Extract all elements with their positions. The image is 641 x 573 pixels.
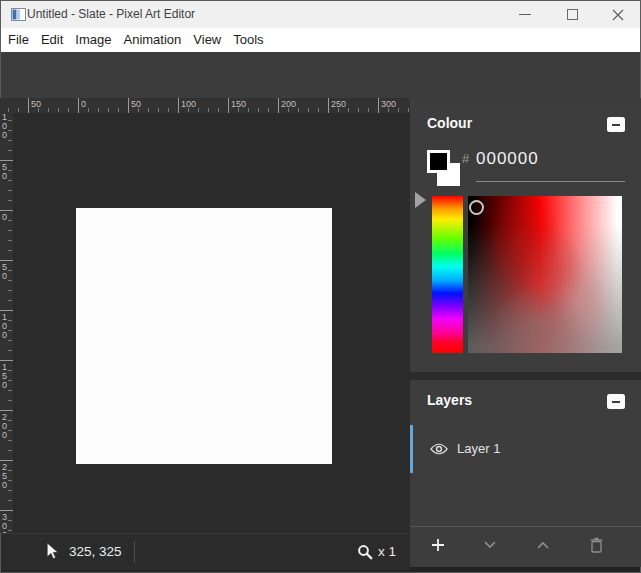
ruler-tick: [378, 98, 379, 113]
ruler-tick: [178, 98, 179, 113]
zoom-magnifier-icon: [357, 544, 373, 560]
ruler-tick: [8, 330, 12, 331]
foreground-colour-swatch[interactable]: [427, 150, 450, 173]
ruler-tick: [8, 520, 12, 521]
ruler-tick: [8, 430, 12, 431]
ruler-tick: [88, 108, 89, 112]
ruler-tick: [8, 230, 12, 231]
ruler-tick: [8, 420, 12, 421]
ruler-tick: [0, 360, 13, 361]
ruler-tick: [308, 108, 309, 112]
add-layer-button[interactable]: [424, 532, 452, 558]
vertical-ruler[interactable]: 1 0 05 005 01 0 01 5 02 0 02 5 03 0 0: [0, 113, 13, 533]
ruler-tick: [8, 170, 12, 171]
menu-item-image[interactable]: Image: [69, 28, 117, 52]
ruler-tick: [168, 108, 169, 112]
status-bar: 325, 325 x 1: [1, 533, 410, 570]
ruler-tick: [8, 108, 9, 112]
ruler-tick: [8, 380, 12, 381]
layer-selected-indicator: [410, 425, 413, 473]
ruler-tick: [218, 108, 219, 112]
layer-visibility-eye-icon[interactable]: [430, 442, 448, 456]
ruler-label: 1 0 0: [2, 113, 7, 140]
ruler-tick: [68, 108, 69, 112]
ruler-tick: [398, 108, 399, 112]
hue-slider[interactable]: [432, 196, 463, 353]
menu-item-edit[interactable]: Edit: [35, 28, 69, 52]
ruler-label: 150: [231, 99, 246, 109]
window-title: Untitled - Slate - Pixel Art Editor: [27, 1, 195, 28]
ruler-tick: [348, 108, 349, 112]
close-button[interactable]: [599, 1, 637, 28]
zoom-level: x 1: [378, 534, 396, 570]
collapse-layers-panel-button[interactable]: [607, 394, 625, 409]
ruler-tick: [0, 260, 13, 261]
ruler-label: 2 0 0: [2, 413, 7, 440]
ruler-label: 250: [331, 99, 346, 109]
ruler-tick: [8, 500, 12, 501]
layer-name: Layer 1: [457, 425, 500, 473]
saturation-lightness-picker[interactable]: [468, 196, 622, 353]
menu-bar: FileEditImageAnimationViewTools: [1, 28, 640, 52]
ruler-tick: [278, 98, 279, 113]
hex-colour-field[interactable]: 000000: [476, 146, 539, 172]
ruler-tick: [128, 98, 129, 113]
ruler-tick: [0, 410, 13, 411]
ruler-tick: [8, 270, 12, 271]
ruler-tick: [18, 108, 19, 112]
app-window: Untitled - Slate - Pixel Art Editor File…: [0, 0, 641, 573]
ruler-tick: [8, 400, 12, 401]
title-bar[interactable]: Untitled - Slate - Pixel Art Editor: [1, 1, 640, 28]
menu-item-tools[interactable]: Tools: [227, 28, 269, 52]
ruler-label: 5 0: [2, 263, 7, 281]
ruler-label: 300: [381, 99, 396, 109]
menu-item-animation[interactable]: Animation: [118, 28, 188, 52]
foreground-colour: [430, 153, 447, 170]
ruler-tick: [8, 370, 12, 371]
colour-picker-handle[interactable]: [469, 200, 484, 215]
delete-layer-button[interactable]: [582, 532, 610, 558]
delete-layer-icon: [589, 537, 604, 553]
ruler-label: 50: [31, 99, 41, 109]
menu-item-view[interactable]: View: [187, 28, 227, 52]
ruler-tick: [28, 98, 29, 113]
right-panel: Colour # 000000 Layers Layer 1: [410, 98, 641, 567]
ruler-tick: [8, 470, 12, 471]
move-layer-up-icon: [537, 541, 549, 549]
horizontal-ruler[interactable]: 50050100150200250300: [0, 98, 410, 113]
ruler-tick: [8, 320, 12, 321]
canvas-area: [13, 113, 410, 533]
cursor-icon: [46, 542, 59, 561]
ruler-tick: [328, 98, 329, 113]
minimize-button[interactable]: [506, 1, 544, 28]
hex-prefix: #: [462, 148, 469, 170]
canvas[interactable]: [76, 208, 332, 464]
ruler-tick: [8, 220, 12, 221]
colour-panel: Colour # 000000: [410, 98, 641, 372]
move-layer-down-button[interactable]: [476, 532, 504, 558]
ruler-tick: [198, 108, 199, 112]
ruler-tick: [8, 450, 12, 451]
ruler-tick: [0, 210, 13, 211]
ruler-tick: [0, 510, 13, 511]
maximize-icon: [567, 9, 578, 20]
ruler-tick: [8, 300, 12, 301]
hue-slider-handle[interactable]: [415, 192, 426, 208]
ruler-tick: [98, 108, 99, 112]
ruler-tick: [298, 108, 299, 112]
ruler-tick: [8, 390, 12, 391]
ruler-tick: [8, 290, 12, 291]
ruler-label: 100: [181, 99, 196, 109]
collapse-colour-panel-button[interactable]: [607, 117, 625, 132]
ruler-tick: [0, 460, 13, 461]
hex-field-underline: [476, 181, 625, 182]
ruler-tick: [8, 350, 12, 351]
ruler-tick: [8, 150, 12, 151]
ruler-tick: [118, 108, 119, 112]
layer-row[interactable]: Layer 1: [410, 425, 641, 473]
menu-item-file[interactable]: File: [2, 28, 35, 52]
colour-panel-title: Colour: [427, 115, 472, 131]
maximize-button[interactable]: [553, 1, 591, 28]
ruler-tick: [8, 240, 12, 241]
move-layer-up-button[interactable]: [529, 532, 557, 558]
